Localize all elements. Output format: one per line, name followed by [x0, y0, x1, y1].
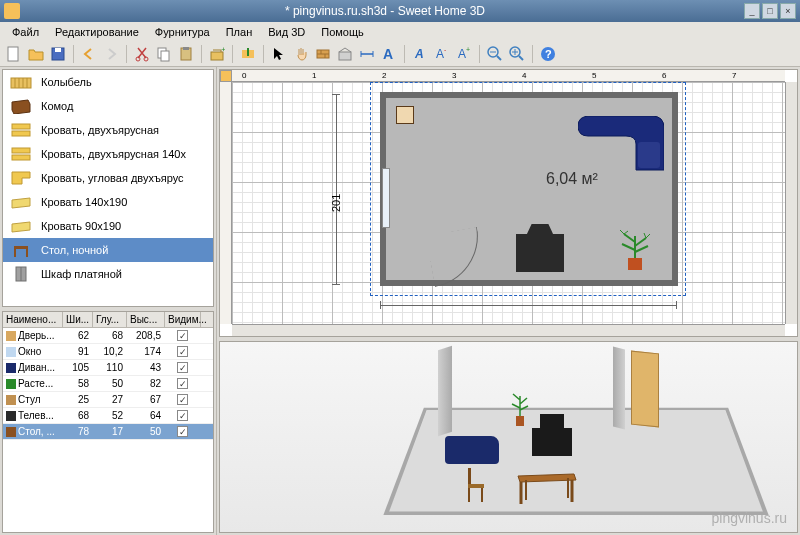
- chair-3d[interactable]: [466, 466, 488, 504]
- view-3d[interactable]: pingvinus.ru: [219, 341, 798, 533]
- menu-help[interactable]: Помощь: [313, 24, 372, 40]
- menu-view3d[interactable]: Вид 3D: [260, 24, 313, 40]
- paste-button[interactable]: [176, 44, 196, 64]
- catalog-item-label: Кровать 90x190: [41, 220, 121, 232]
- dimension-line[interactable]: [380, 305, 676, 306]
- visible-checkbox[interactable]: ✓: [177, 362, 188, 373]
- room-area-label: 6,04 м²: [546, 170, 598, 188]
- save-button[interactable]: [48, 44, 68, 64]
- col-width[interactable]: Ши...: [63, 312, 93, 327]
- table-row[interactable]: Стол, ... 78 17 50 ✓: [3, 424, 213, 440]
- sofa-plan-item[interactable]: [578, 116, 664, 172]
- plan-view[interactable]: 6,04 м² 201 0 1 2 3 4 5 6 7: [219, 69, 798, 337]
- svg-rect-40: [12, 124, 30, 129]
- undo-button[interactable]: [79, 44, 99, 64]
- menu-furniture[interactable]: Фурнитура: [147, 24, 218, 40]
- svg-rect-49: [638, 142, 660, 168]
- catalog-item[interactable]: Кровать, угловая двухъярус: [3, 166, 213, 190]
- table-row[interactable]: Телев... 68 52 64 ✓: [3, 408, 213, 424]
- col-height[interactable]: Выс...: [127, 312, 165, 327]
- svg-text:A: A: [458, 47, 466, 61]
- svg-rect-43: [12, 155, 30, 160]
- plant-plan-item[interactable]: [616, 228, 654, 270]
- close-button[interactable]: ×: [780, 3, 796, 19]
- import-button[interactable]: [238, 44, 258, 64]
- door-3d[interactable]: [631, 351, 659, 428]
- svg-rect-51: [516, 416, 524, 426]
- visible-checkbox[interactable]: ✓: [177, 346, 188, 357]
- sofa-3d[interactable]: [445, 436, 499, 464]
- table-row[interactable]: Диван... 105 110 43 ✓: [3, 360, 213, 376]
- catalog-item-label: Кровать, угловая двухъярус: [41, 172, 184, 184]
- window-titlebar: * pingvinus.ru.sh3d - Sweet Home 3D _ □ …: [0, 0, 800, 22]
- room-tool[interactable]: [335, 44, 355, 64]
- catalog-item[interactable]: Шкаф платяной: [3, 262, 213, 286]
- plant-3d[interactable]: [510, 390, 530, 426]
- crib-icon: [9, 73, 33, 91]
- help-button[interactable]: ?: [538, 44, 558, 64]
- text-smaller-button[interactable]: A-: [432, 44, 452, 64]
- text-tool[interactable]: A: [379, 44, 399, 64]
- table-3d[interactable]: [514, 472, 578, 506]
- open-button[interactable]: [26, 44, 46, 64]
- menu-file[interactable]: Файл: [4, 24, 47, 40]
- furniture-catalog[interactable]: Колыбель Комод Кровать, двухъярусная Кро…: [2, 69, 214, 307]
- catalog-item[interactable]: Колыбель: [3, 70, 213, 94]
- add-furniture-button[interactable]: +: [207, 44, 227, 64]
- pan-tool[interactable]: [291, 44, 311, 64]
- tv-3d[interactable]: [532, 428, 572, 456]
- catalog-item-label: Шкаф платяной: [41, 268, 122, 280]
- svg-rect-53: [468, 484, 484, 488]
- scrollbar-horizontal[interactable]: [232, 324, 785, 336]
- col-name[interactable]: Наимено...: [3, 312, 63, 327]
- new-button[interactable]: [4, 44, 24, 64]
- catalog-item[interactable]: Кровать, двухъярусная 140x: [3, 142, 213, 166]
- catalog-item[interactable]: Комод: [3, 94, 213, 118]
- room[interactable]: [380, 92, 678, 286]
- text-bigger-button[interactable]: A+: [454, 44, 474, 64]
- chair-plan-item[interactable]: [396, 106, 414, 124]
- table-row[interactable]: Дверь... 62 68 208,5 ✓: [3, 328, 213, 344]
- select-tool[interactable]: [269, 44, 289, 64]
- tv-plan-item[interactable]: [516, 234, 564, 272]
- ruler-origin[interactable]: [220, 70, 232, 82]
- table-row[interactable]: Расте... 58 50 82 ✓: [3, 376, 213, 392]
- bed-icon: [9, 217, 33, 235]
- visible-checkbox[interactable]: ✓: [177, 426, 188, 437]
- text-bold-button[interactable]: A: [410, 44, 430, 64]
- menu-edit[interactable]: Редактирование: [47, 24, 147, 40]
- scrollbar-vertical[interactable]: [785, 82, 797, 324]
- visible-checkbox[interactable]: ✓: [177, 394, 188, 405]
- zoom-out-button[interactable]: [485, 44, 505, 64]
- furniture-table[interactable]: Наимено... Ши... Глу... Выс... Видим... …: [2, 311, 214, 533]
- wall-tool[interactable]: [313, 44, 333, 64]
- col-depth[interactable]: Глу...: [93, 312, 127, 327]
- catalog-item[interactable]: Стол, ночной: [3, 238, 213, 262]
- wall-left-3d: [438, 346, 452, 437]
- dimension-line[interactable]: [336, 94, 337, 284]
- svg-rect-42: [12, 148, 30, 153]
- redo-button[interactable]: [101, 44, 121, 64]
- door-plan-item[interactable]: [426, 227, 486, 287]
- catalog-item[interactable]: Кровать, двухъярусная: [3, 118, 213, 142]
- minimize-button[interactable]: _: [744, 3, 760, 19]
- cut-button[interactable]: [132, 44, 152, 64]
- table-row[interactable]: Окно 91 10,2 174 ✓: [3, 344, 213, 360]
- catalog-item-label: Стол, ночной: [41, 244, 108, 256]
- catalog-item[interactable]: Кровать 90x190: [3, 214, 213, 238]
- zoom-in-button[interactable]: [507, 44, 527, 64]
- visible-checkbox[interactable]: ✓: [177, 378, 188, 389]
- maximize-button[interactable]: □: [762, 3, 778, 19]
- copy-button[interactable]: [154, 44, 174, 64]
- wardrobe-icon: [9, 265, 33, 283]
- col-visible[interactable]: Видим...: [165, 312, 201, 327]
- window-plan-item[interactable]: [382, 168, 390, 228]
- catalog-item-label: Комод: [41, 100, 73, 112]
- table-row[interactable]: Стул 25 27 67 ✓: [3, 392, 213, 408]
- svg-text:-: -: [444, 46, 447, 53]
- dimension-tool[interactable]: [357, 44, 377, 64]
- visible-checkbox[interactable]: ✓: [177, 330, 188, 341]
- catalog-item[interactable]: Кровать 140x190: [3, 190, 213, 214]
- visible-checkbox[interactable]: ✓: [177, 410, 188, 421]
- menu-plan[interactable]: План: [218, 24, 261, 40]
